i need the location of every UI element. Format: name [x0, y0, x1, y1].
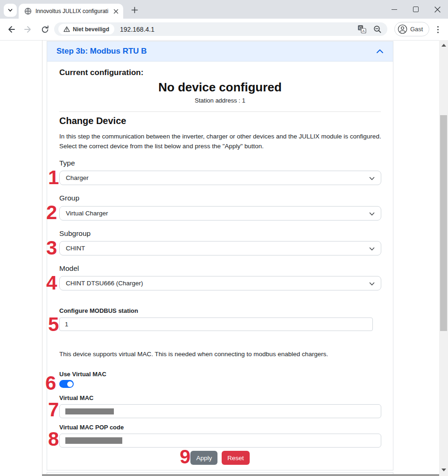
group-label: Group	[59, 194, 79, 202]
profile-label: Gast	[410, 26, 423, 33]
tab-search-button[interactable]	[4, 4, 17, 17]
plus-icon	[131, 7, 138, 14]
accordion-card: Step 3b: Modbus RTU B Current configurat…	[47, 41, 393, 470]
forward-arrow-icon	[23, 25, 33, 34]
address-bar[interactable]: Niet beveiligd 192.168.4.1 G A	[54, 22, 387, 36]
globe-icon	[24, 7, 32, 15]
subgroup-select[interactable]: CHINT	[59, 241, 381, 255]
annotation-2: 2	[46, 203, 57, 222]
redacted-value	[65, 408, 114, 414]
group-select[interactable]: Virtual Charger	[59, 206, 381, 221]
model-select-value: CHINT DTSU666 (Charger)	[66, 280, 143, 287]
type-select[interactable]: Charger	[59, 171, 381, 185]
button-row: Apply Reset	[47, 451, 393, 465]
virtual-mac-note: This device supports virtual MAC. This i…	[59, 351, 328, 358]
annotation-5: 5	[48, 315, 59, 334]
type-label: Type	[59, 159, 75, 167]
page-left-border	[42, 40, 42, 476]
station-input[interactable]	[59, 317, 373, 331]
close-icon	[434, 7, 441, 13]
maximize-icon	[413, 7, 419, 12]
subgroup-label: Subgroup	[59, 229, 91, 238]
virtual-mac-input[interactable]	[59, 404, 381, 418]
url-text: 192.168.4.1	[120, 26, 154, 33]
station-address-text: Station address : 1	[47, 97, 393, 104]
use-virtual-mac-label: Use Virtual MAC	[59, 371, 106, 378]
zoom-out-icon[interactable]	[373, 25, 382, 34]
chevron-down-icon	[369, 247, 375, 251]
tab-strip: Innovoltus JULLIX configuration	[0, 0, 448, 19]
back-arrow-icon	[7, 25, 16, 34]
virtual-mac-pop-label: Virtual MAC POP code	[59, 424, 124, 431]
chevron-up-icon	[376, 49, 384, 54]
profile-button[interactable]: Gast	[394, 22, 429, 36]
use-virtual-mac-toggle[interactable]	[59, 380, 74, 388]
annotation-8: 8	[48, 429, 59, 449]
annotation-1: 1	[48, 168, 59, 187]
station-label: Configure MODBUS station	[59, 307, 138, 314]
security-chip-label: Niet beveiligd	[73, 26, 109, 33]
no-device-text: No device configured	[47, 80, 393, 95]
virtual-mac-pop-input[interactable]	[59, 434, 381, 448]
model-select[interactable]: CHINT DTSU666 (Charger)	[59, 276, 381, 290]
virtual-mac-label: Virtual MAC	[59, 394, 93, 401]
chevron-down-icon	[369, 177, 375, 180]
redacted-value	[65, 437, 122, 444]
annotation-7: 7	[48, 400, 59, 420]
scroll-up-arrow-icon[interactable]	[441, 44, 446, 47]
warning-triangle-icon	[63, 26, 70, 32]
change-device-heading: Change Device	[59, 116, 126, 126]
scroll-down-arrow-icon[interactable]	[441, 469, 446, 471]
change-device-description: In this step the communication between t…	[59, 132, 382, 152]
browser-tab[interactable]: Innovoltus JULLIX configuration	[19, 4, 123, 19]
model-label: Model	[59, 264, 79, 273]
svg-text:A: A	[362, 29, 365, 33]
toggle-knob	[67, 381, 73, 387]
current-config-heading: Current configuration:	[59, 68, 143, 77]
window-controls	[384, 0, 448, 19]
avatar-icon	[398, 24, 407, 34]
group-select-value: Virtual Charger	[66, 210, 108, 217]
scrollbar-thumb[interactable]	[440, 115, 447, 331]
annotation-6: 6	[45, 373, 56, 393]
forward-button[interactable]	[22, 24, 34, 35]
annotation-3: 3	[46, 238, 57, 258]
accordion-header[interactable]: Step 3b: Modbus RTU B	[47, 41, 393, 62]
subgroup-select-value: CHINT	[66, 245, 85, 252]
chevron-down-icon	[369, 212, 375, 216]
address-bar-icons: G A	[357, 22, 382, 36]
window-bottom-edge	[42, 474, 439, 476]
menu-kebab-icon[interactable]	[434, 24, 441, 35]
minimize-button[interactable]	[384, 0, 405, 19]
chevron-down-icon	[7, 7, 13, 13]
accordion-title: Step 3b: Modbus RTU B	[56, 47, 147, 56]
new-tab-button[interactable]	[129, 4, 140, 15]
security-chip[interactable]: Niet beveiligd	[58, 24, 114, 34]
apply-button[interactable]: Apply	[190, 451, 217, 465]
annotation-9: 9	[180, 447, 190, 467]
browser-window: Innovoltus JULLIX configuration	[0, 0, 448, 476]
tab-title: Innovoltus JULLIX configuration	[35, 8, 108, 14]
minimize-icon	[392, 9, 397, 10]
tab-close-icon[interactable]	[112, 7, 119, 15]
maximize-button[interactable]	[405, 0, 427, 19]
reset-button[interactable]: Reset	[222, 451, 249, 465]
close-window-button[interactable]	[427, 0, 448, 19]
type-select-value: Charger	[66, 174, 89, 181]
back-button[interactable]	[6, 24, 17, 35]
scrollbar-track[interactable]	[439, 40, 448, 476]
chevron-down-icon	[369, 282, 375, 286]
divider	[59, 111, 381, 112]
translate-icon[interactable]: G A	[357, 25, 366, 34]
reload-icon	[41, 25, 49, 34]
reload-button[interactable]	[39, 24, 50, 35]
annotation-4: 4	[46, 273, 57, 293]
